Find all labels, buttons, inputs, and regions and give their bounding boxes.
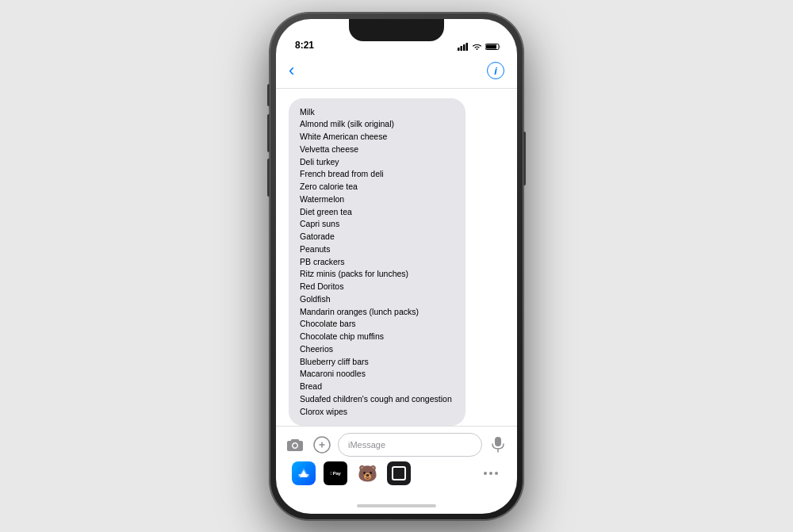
volume-up-button[interactable] [267, 114, 270, 152]
power-button[interactable] [523, 132, 526, 186]
chat-area: Milk Almond milk (silk original) White A… [276, 89, 517, 426]
app-row:  Pay 🐻 [284, 457, 509, 492]
mute-button[interactable] [267, 84, 270, 106]
signal-icon [458, 43, 469, 51]
emoji-button[interactable]: 🐻 [355, 461, 379, 485]
microphone-button[interactable] [487, 434, 509, 456]
svg-rect-8 [495, 437, 501, 446]
appstore-button[interactable] [292, 461, 316, 485]
nav-bar: ‹ i [276, 54, 517, 89]
square-app-button[interactable] [387, 461, 411, 485]
message-text: Milk Almond milk (silk original) White A… [300, 106, 454, 419]
svg-rect-1 [461, 46, 463, 51]
svg-rect-3 [466, 43, 469, 51]
svg-rect-5 [486, 44, 496, 48]
volume-down-button[interactable] [267, 159, 270, 197]
input-placeholder: iMessage [348, 440, 385, 450]
home-indicator [276, 498, 517, 514]
phone-screen: 8:21 [276, 19, 517, 514]
more-apps-button[interactable] [484, 472, 501, 475]
svg-point-6 [293, 443, 297, 447]
wifi-icon [472, 43, 482, 51]
svg-rect-2 [463, 44, 465, 51]
applepay-button[interactable]:  Pay [324, 461, 347, 485]
input-row: iMessage [284, 433, 509, 457]
battery-icon [485, 43, 501, 51]
phone-frame: 8:21 [270, 13, 523, 520]
message-bubble: Milk Almond milk (silk original) White A… [289, 98, 465, 426]
message-input[interactable]: iMessage [338, 433, 482, 457]
applepay-label:  Pay [330, 471, 340, 476]
apps-button[interactable] [311, 434, 333, 456]
back-button[interactable]: ‹ [289, 62, 294, 79]
notch [349, 19, 444, 41]
info-button[interactable]: i [487, 62, 504, 79]
input-area: iMessage [276, 426, 517, 498]
svg-rect-0 [458, 48, 460, 51]
home-bar [357, 504, 436, 507]
status-time: 8:21 [292, 40, 314, 51]
camera-button[interactable] [284, 434, 306, 456]
status-icons [458, 43, 501, 51]
